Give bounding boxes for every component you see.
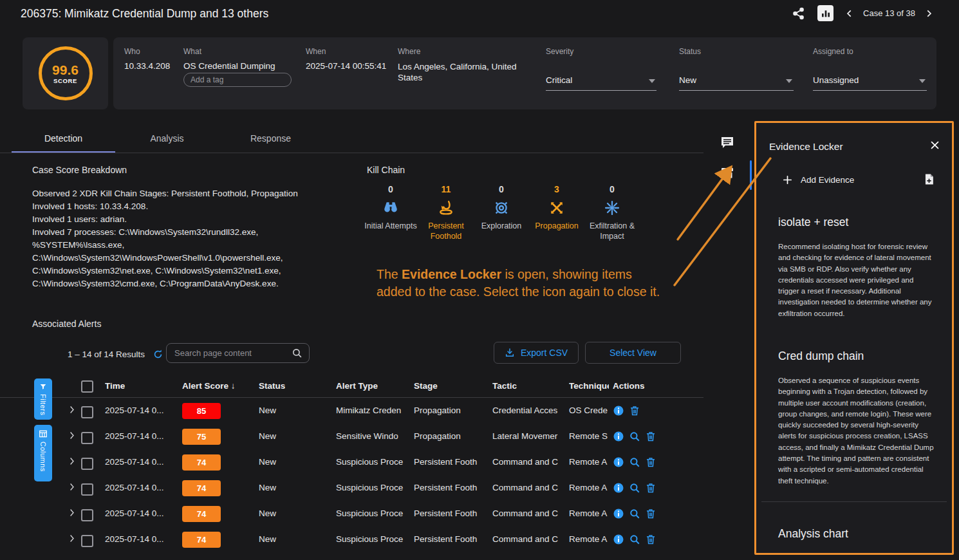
- score-ring: 99.6 SCORE: [39, 46, 93, 100]
- attach-file-button[interactable]: [923, 173, 935, 185]
- select-view-button[interactable]: Select View: [585, 342, 681, 364]
- sort-desc-icon: ↓: [231, 381, 236, 391]
- filters-label: Filters: [39, 394, 47, 415]
- col-header-tactic[interactable]: Tactic: [492, 381, 517, 391]
- evidence-locker-drawer-button[interactable]: [720, 165, 738, 182]
- assigned-select[interactable]: Unassigned: [813, 73, 927, 91]
- table-row: 2025-07-14 0... 74 New Suspicious Proce …: [0, 450, 703, 476]
- evidence-item-heading[interactable]: isolate + reset: [778, 216, 848, 229]
- evidence-item-heading[interactable]: Analysis chart: [778, 527, 848, 541]
- col-header-alert-type[interactable]: Alert Type: [336, 381, 378, 391]
- killchain-stage-propagation[interactable]: 3 Propagation: [529, 184, 584, 241]
- chart-view-button[interactable]: [817, 5, 833, 21]
- columns-button[interactable]: Columns: [34, 425, 52, 481]
- info-alert-icon[interactable]: [613, 508, 624, 519]
- annotation-bold: Evidence Locker: [402, 267, 501, 281]
- row-checkbox[interactable]: [81, 509, 93, 521]
- alert-score-badge: 74: [182, 454, 221, 471]
- info-alert-icon[interactable]: [613, 534, 624, 545]
- status-label: Status: [679, 47, 701, 56]
- search-input[interactable]: [167, 348, 292, 358]
- previous-case-button[interactable]: [845, 9, 854, 18]
- refresh-button[interactable]: [153, 349, 163, 360]
- add-tag-input[interactable]: [183, 73, 292, 87]
- tab-response[interactable]: Response: [219, 126, 322, 151]
- delete-alert-icon[interactable]: [645, 431, 656, 442]
- export-csv-button[interactable]: Export CSV: [494, 342, 579, 364]
- row-checkbox[interactable]: [81, 458, 93, 470]
- next-case-button[interactable]: [924, 9, 933, 18]
- row-actions: [613, 431, 656, 442]
- refresh-icon: [153, 349, 163, 360]
- expand-row-button[interactable]: [67, 482, 77, 492]
- row-tactic: Command and C: [492, 534, 561, 544]
- close-evidence-locker-button[interactable]: [929, 140, 940, 151]
- killchain-stage-exploration[interactable]: 0 Exploration: [474, 184, 529, 241]
- expand-row-button[interactable]: [67, 431, 77, 440]
- tab-analysis[interactable]: Analysis: [115, 126, 219, 151]
- evidence-item-body: Recommend isolating host for forensic re…: [778, 241, 936, 319]
- row-stage: Persistent Footh: [414, 509, 483, 518]
- search-alert-icon[interactable]: [629, 508, 640, 519]
- delete-alert-icon[interactable]: [645, 534, 656, 545]
- expand-row-button[interactable]: [67, 508, 77, 518]
- status-select[interactable]: New: [679, 73, 794, 91]
- row-checkbox[interactable]: [81, 483, 93, 496]
- info-alert-icon[interactable]: [613, 431, 624, 442]
- expand-row-button[interactable]: [67, 405, 77, 415]
- case-detail-page: 206375: Mimikatz Credential Dump and 13 …: [0, 0, 959, 560]
- search-icon[interactable]: [292, 348, 303, 359]
- expand-row-button[interactable]: [67, 534, 77, 543]
- filters-button[interactable]: Filters: [34, 378, 52, 420]
- row-checkbox[interactable]: [81, 406, 93, 418]
- col-header-status[interactable]: Status: [259, 381, 285, 391]
- chevron-right-icon: [924, 9, 933, 18]
- row-status: New: [259, 457, 323, 467]
- search-alert-icon[interactable]: [629, 431, 640, 442]
- col-header-stage[interactable]: Stage: [414, 381, 438, 391]
- select-all-checkbox[interactable]: [81, 380, 93, 393]
- col-header-alert-score[interactable]: Alert Score ↓: [182, 381, 236, 391]
- stage-count: 3: [529, 184, 584, 197]
- col-header-technique[interactable]: Technique: [569, 381, 609, 391]
- info-alert-icon[interactable]: [613, 456, 624, 468]
- evidence-locker-title: Evidence Locker: [769, 141, 843, 153]
- evidence-item-heading[interactable]: Cred dump chain: [778, 350, 864, 363]
- row-alert-type: Suspicious Proce: [336, 509, 405, 518]
- add-evidence-button[interactable]: Add Evidence: [782, 174, 854, 185]
- chevron-down-icon: [786, 79, 792, 83]
- info-alert-icon[interactable]: [613, 482, 624, 494]
- row-tactic: Command and C: [492, 457, 561, 467]
- row-stage: Propagation: [414, 406, 483, 415]
- delete-alert-icon[interactable]: [629, 405, 640, 416]
- delete-alert-icon[interactable]: [645, 482, 656, 494]
- alert-score-badge: 85: [182, 403, 221, 419]
- annotation-text: The Evidence Locker is open, showing ite…: [377, 266, 660, 301]
- killchain-stage-persistent-foothold[interactable]: 11 Persistent Foothold: [418, 184, 474, 241]
- who-value: 10.33.4.208: [124, 61, 170, 71]
- delete-alert-icon[interactable]: [645, 456, 656, 468]
- share-button[interactable]: [792, 6, 806, 21]
- expand-row-button[interactable]: [67, 456, 77, 466]
- results-count: 1 – 14 of 14 Results: [68, 349, 163, 360]
- tab-detection[interactable]: Detection: [12, 126, 115, 153]
- row-time: 2025-07-14 0...: [105, 483, 177, 492]
- chevron-right-icon: [67, 534, 77, 543]
- severity-label: Severity: [546, 47, 573, 56]
- search-alert-icon[interactable]: [629, 534, 640, 545]
- info-alert-icon[interactable]: [613, 405, 624, 416]
- search-alert-icon[interactable]: [629, 482, 640, 494]
- severity-select[interactable]: Critical: [546, 73, 656, 91]
- stage-label: Exploration: [474, 221, 529, 231]
- comments-drawer-button[interactable]: [720, 134, 738, 151]
- col-header-time[interactable]: Time: [105, 381, 125, 391]
- associated-alerts-title: Associated Alerts: [32, 319, 101, 329]
- killchain-stage-initial-attempts[interactable]: 0 Initial Attempts: [363, 184, 418, 241]
- killchain-stage-exfiltration-impact[interactable]: 0 Exfiltration & Impact: [584, 184, 640, 241]
- row-checkbox[interactable]: [81, 432, 93, 444]
- row-checkbox[interactable]: [81, 535, 93, 547]
- search-alert-icon[interactable]: [629, 456, 640, 468]
- chevron-right-icon: [67, 482, 77, 492]
- delete-alert-icon[interactable]: [645, 508, 656, 519]
- target-icon: [492, 199, 510, 217]
